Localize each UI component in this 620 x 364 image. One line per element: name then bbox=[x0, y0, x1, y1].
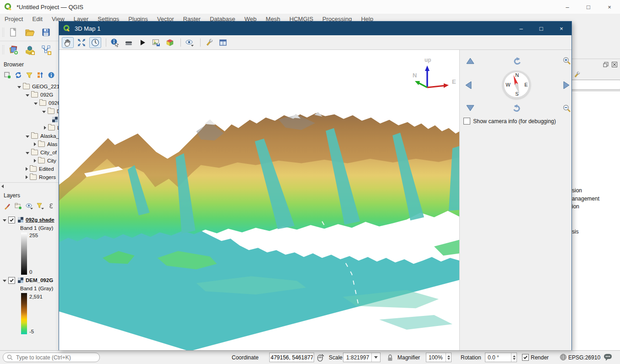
rotate-ccw-icon[interactable] bbox=[513, 57, 521, 65]
filter-expression-icon[interactable] bbox=[46, 201, 57, 211]
caret-collapsed-icon[interactable] bbox=[26, 175, 28, 179]
new-project-icon[interactable] bbox=[7, 27, 20, 38]
caret-expanded-icon[interactable] bbox=[26, 136, 29, 138]
scale-combo[interactable]: 1:821997 bbox=[343, 353, 381, 362]
caret-collapsed-icon[interactable] bbox=[26, 167, 28, 171]
tree-item[interactable]: 092G bbox=[26, 91, 53, 99]
menu-project[interactable]: Project bbox=[0, 16, 27, 22]
caret-expanded-icon[interactable] bbox=[34, 103, 38, 105]
camera-pan-icon[interactable] bbox=[62, 37, 74, 48]
scale-dropdown-icon[interactable] bbox=[371, 353, 380, 362]
scroll-left-icon[interactable] bbox=[1, 185, 4, 188]
close-icon[interactable]: × bbox=[599, 0, 620, 14]
layer-row[interactable]: DEM_092G bbox=[3, 276, 53, 284]
move-right-icon[interactable] bbox=[563, 81, 570, 89]
tree-item[interactable]: Rogers bbox=[26, 173, 56, 181]
properties-icon[interactable] bbox=[46, 71, 57, 80]
tree-item[interactable] bbox=[52, 115, 59, 124]
coordinate-input[interactable] bbox=[270, 354, 314, 361]
export-scene-icon[interactable] bbox=[164, 37, 176, 48]
move-left-icon[interactable] bbox=[465, 81, 472, 89]
layer-checkbox[interactable] bbox=[8, 277, 15, 284]
caret-expanded-icon[interactable] bbox=[42, 111, 46, 113]
tree-item[interactable]: Alaska_ bbox=[26, 132, 59, 140]
maximize-icon[interactable]: □ bbox=[578, 0, 599, 14]
refresh-icon[interactable] bbox=[13, 71, 24, 80]
layer-checkbox[interactable] bbox=[8, 217, 15, 223]
toolbox-item-fragment[interactable]: anagement bbox=[572, 196, 599, 202]
compass[interactable]: N E S W bbox=[502, 71, 531, 99]
panel-float-icon[interactable] bbox=[603, 61, 609, 69]
toolbar-grip[interactable] bbox=[2, 45, 4, 55]
caret-expanded-icon[interactable] bbox=[26, 152, 29, 154]
spinner-arrows-icon[interactable] bbox=[511, 353, 517, 362]
locate-bar[interactable] bbox=[3, 353, 100, 362]
layer-name[interactable]: 092g shade bbox=[26, 217, 54, 223]
maximize-icon[interactable]: □ bbox=[531, 22, 551, 35]
toolbox-item-fragment[interactable]: ion bbox=[572, 203, 579, 210]
panel-close-icon[interactable] bbox=[611, 61, 618, 69]
minimize-icon[interactable]: – bbox=[511, 22, 531, 35]
zoom-out-icon[interactable] bbox=[562, 104, 571, 113]
new-geopackage-icon[interactable] bbox=[23, 44, 36, 56]
caret-expanded-icon[interactable] bbox=[26, 94, 29, 97]
move-down-icon[interactable] bbox=[466, 105, 474, 111]
measure-line-icon[interactable] bbox=[123, 37, 135, 48]
toolbar-grip[interactable] bbox=[2, 27, 4, 38]
tree-item[interactable]: GEOG_221 bbox=[17, 82, 59, 91]
camera-info-checkbox[interactable] bbox=[463, 118, 470, 125]
identify-icon[interactable] bbox=[109, 37, 121, 48]
style-manager-icon[interactable] bbox=[2, 201, 13, 211]
dock-window-icon[interactable] bbox=[217, 37, 229, 48]
tree-item[interactable]: D bbox=[42, 107, 59, 115]
lock-scale-icon[interactable] bbox=[387, 354, 393, 362]
messages-icon[interactable] bbox=[604, 353, 612, 361]
crs-label[interactable]: EPSG:26910 bbox=[568, 354, 600, 361]
filter-legend-icon[interactable] bbox=[35, 201, 46, 211]
tree-item[interactable]: Alas bbox=[34, 140, 57, 148]
minimize-icon[interactable]: – bbox=[557, 0, 578, 14]
caret-expanded-icon[interactable] bbox=[17, 86, 21, 88]
crs-globe-icon[interactable] bbox=[560, 353, 567, 361]
caret-collapsed-icon[interactable] bbox=[44, 126, 46, 130]
add-selected-layers-icon[interactable] bbox=[2, 71, 13, 80]
zoom-in-icon[interactable] bbox=[562, 56, 571, 65]
layer-row[interactable]: 092g shade bbox=[3, 216, 54, 224]
save-image-icon[interactable] bbox=[150, 37, 162, 48]
rotate-cw-icon[interactable] bbox=[513, 104, 521, 112]
coordinate-field[interactable] bbox=[269, 353, 314, 362]
caret-collapsed-icon[interactable] bbox=[34, 142, 36, 146]
tree-item[interactable]: City_of bbox=[26, 148, 57, 157]
caret-expanded-icon[interactable] bbox=[3, 219, 6, 222]
spinner-arrows-icon[interactable] bbox=[446, 353, 451, 362]
layer-name[interactable]: DEM_092G bbox=[26, 277, 53, 283]
tree-item[interactable]: Edited bbox=[26, 165, 54, 173]
collapse-all-icon[interactable] bbox=[35, 71, 46, 80]
new-shapefile-icon[interactable] bbox=[40, 44, 53, 56]
data-source-manager-icon[interactable] bbox=[7, 44, 20, 56]
caret-expanded-icon[interactable] bbox=[3, 280, 6, 282]
tree-item[interactable]: 092G bbox=[34, 99, 59, 107]
map3d-titlebar[interactable]: 3D Map 1 – □ × bbox=[59, 22, 571, 35]
zoom-full-icon[interactable] bbox=[76, 37, 87, 48]
camera-rotate-icon[interactable] bbox=[89, 37, 101, 48]
manage-visibility-icon[interactable] bbox=[24, 201, 35, 211]
mouse-extents-icon[interactable] bbox=[316, 353, 324, 362]
render-checkbox[interactable] bbox=[522, 354, 529, 361]
toolbox-item-fragment[interactable]: sion bbox=[572, 187, 582, 194]
effects-icon[interactable] bbox=[184, 37, 196, 48]
caret-collapsed-icon[interactable] bbox=[34, 159, 36, 163]
toolbox-item-fragment[interactable]: sis bbox=[572, 228, 579, 235]
filter-browser-icon[interactable] bbox=[24, 71, 35, 80]
open-project-icon[interactable] bbox=[23, 27, 36, 38]
toolbox-search-input[interactable] bbox=[571, 80, 620, 90]
map3d-viewport[interactable]: up N E bbox=[59, 50, 459, 350]
tree-item[interactable]: L bbox=[44, 124, 59, 132]
move-up-icon[interactable] bbox=[466, 58, 474, 64]
configure-icon[interactable] bbox=[203, 37, 215, 48]
menu-edit[interactable]: Edit bbox=[27, 16, 47, 22]
tree-item[interactable]: City bbox=[34, 157, 56, 165]
rotation-spinbox[interactable]: 0.0 ° bbox=[485, 353, 517, 362]
close-icon[interactable]: × bbox=[551, 22, 571, 35]
magnifier-spinbox[interactable]: 100% bbox=[426, 353, 451, 362]
